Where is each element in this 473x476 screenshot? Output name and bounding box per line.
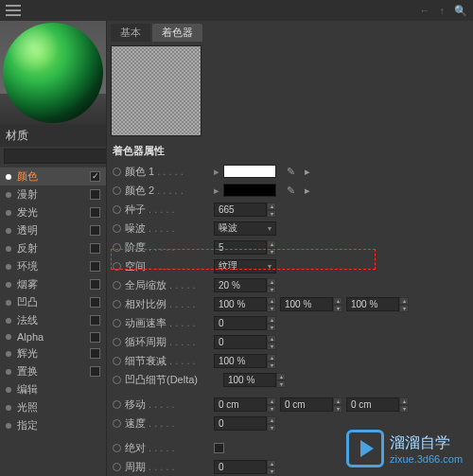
tab-shader[interactable]: 着色器 bbox=[152, 24, 202, 42]
channel-item[interactable]: 烟雾 bbox=[0, 275, 106, 293]
nav-back-icon[interactable]: ← bbox=[420, 5, 430, 17]
channel-checkbox[interactable] bbox=[90, 332, 100, 343]
label-animspeed: 动画速率 bbox=[125, 316, 210, 330]
bullet-icon bbox=[6, 228, 11, 234]
link-icon[interactable]: ▸ bbox=[301, 184, 314, 197]
channel-checkbox[interactable] bbox=[90, 348, 100, 359]
channel-checkbox[interactable] bbox=[90, 261, 100, 272]
chevron-icon[interactable]: ▸ bbox=[214, 166, 219, 178]
channel-item[interactable]: 辉光 bbox=[0, 344, 106, 362]
channel-item[interactable]: 发光 bbox=[0, 203, 106, 221]
bullet-icon bbox=[6, 192, 11, 198]
label-octaves: 阶度 bbox=[125, 240, 210, 255]
channel-label: 指定 bbox=[17, 418, 100, 432]
channel-checkbox[interactable] bbox=[90, 207, 100, 218]
channel-checkbox[interactable] bbox=[90, 297, 100, 308]
channel-item[interactable]: 凹凸 bbox=[0, 293, 106, 311]
channel-label: 辉光 bbox=[17, 346, 84, 361]
speed-input[interactable] bbox=[214, 416, 267, 431]
panel-title: 材质 bbox=[0, 125, 106, 147]
channel-checkbox[interactable] bbox=[90, 366, 100, 377]
expand-icon[interactable]: ▾ bbox=[106, 48, 108, 61]
channel-label: 发光 bbox=[17, 205, 84, 220]
channel-item[interactable]: 指定 bbox=[0, 416, 106, 434]
space-combo[interactable]: 纹理▾ bbox=[214, 259, 276, 273]
label-loop: 循环周期 bbox=[125, 335, 210, 349]
picker-icon[interactable]: ✎ bbox=[284, 165, 297, 178]
hamburger-icon[interactable] bbox=[6, 5, 21, 16]
bullet-icon bbox=[6, 423, 11, 429]
channel-item[interactable]: 编辑 bbox=[0, 380, 106, 398]
channel-label: 光照 bbox=[17, 400, 100, 414]
label-detailatt: 细节衰减 bbox=[125, 354, 210, 368]
channel-item[interactable]: 光照 bbox=[0, 398, 106, 416]
channel-item[interactable]: 法线 bbox=[0, 311, 106, 329]
globalscale-input[interactable] bbox=[214, 278, 267, 292]
label-cycles: 周期 bbox=[125, 460, 210, 474]
noise-combo[interactable]: 噪波▾ bbox=[214, 221, 276, 236]
cycles-input[interactable] bbox=[214, 460, 267, 474]
channel-checkbox[interactable] bbox=[90, 171, 100, 182]
tab-basic[interactable]: 基本 bbox=[111, 24, 150, 42]
picker-icon[interactable]: ✎ bbox=[284, 184, 297, 197]
bullet-icon bbox=[6, 282, 11, 288]
section-title: 着色器属性 bbox=[107, 140, 473, 162]
nav-up-icon[interactable]: ↑ bbox=[440, 5, 446, 17]
material-preview bbox=[0, 21, 106, 125]
link-icon[interactable]: ▸ bbox=[301, 165, 314, 178]
spin-up[interactable]: ▴ bbox=[267, 203, 276, 210]
label-move: 移动 bbox=[125, 397, 210, 412]
bullet-icon bbox=[6, 351, 11, 357]
relscale-x[interactable] bbox=[214, 297, 267, 311]
seed-input[interactable] bbox=[214, 203, 267, 217]
bullet-icon bbox=[6, 300, 11, 306]
color1-swatch[interactable] bbox=[223, 165, 276, 178]
label-absolute: 绝对 bbox=[125, 441, 210, 455]
channel-item[interactable]: 置换 bbox=[0, 362, 106, 380]
delta-input[interactable] bbox=[223, 373, 276, 387]
absolute-checkbox[interactable] bbox=[214, 443, 224, 453]
label-noise: 噪波 bbox=[125, 221, 210, 236]
bullet-icon bbox=[6, 246, 11, 252]
label-color1: 颜色 1 bbox=[125, 165, 210, 179]
label-relscale: 相对比例 bbox=[125, 297, 210, 311]
channel-label: 法线 bbox=[17, 313, 84, 327]
loop-input[interactable] bbox=[214, 335, 267, 349]
bullet-icon bbox=[6, 318, 11, 324]
octaves-input[interactable] bbox=[214, 240, 267, 255]
spin-down[interactable]: ▾ bbox=[267, 210, 276, 218]
channel-label: 颜色 bbox=[17, 169, 84, 184]
move-z[interactable] bbox=[346, 397, 399, 412]
channel-checkbox[interactable] bbox=[90, 225, 100, 236]
channel-checkbox[interactable] bbox=[90, 315, 100, 326]
channel-item[interactable]: 环境 bbox=[0, 257, 106, 275]
channel-label: 漫射 bbox=[17, 187, 84, 202]
preview-sphere bbox=[3, 23, 103, 123]
relscale-y[interactable] bbox=[280, 297, 333, 311]
move-y[interactable] bbox=[280, 397, 333, 412]
channel-checkbox[interactable] bbox=[90, 189, 100, 200]
label-delta: 凹凸细节(Delta) bbox=[125, 373, 219, 387]
move-x[interactable] bbox=[214, 397, 267, 412]
channel-item[interactable]: 漫射 bbox=[0, 185, 106, 203]
bullet-icon bbox=[6, 264, 11, 270]
channel-label: 透明 bbox=[17, 223, 84, 238]
channel-item[interactable]: 反射 bbox=[0, 239, 106, 257]
channel-checkbox[interactable] bbox=[90, 279, 100, 290]
channel-item[interactable]: 透明 bbox=[0, 221, 106, 239]
color2-swatch[interactable] bbox=[223, 184, 276, 197]
relscale-z[interactable] bbox=[346, 297, 399, 311]
channel-item[interactable]: Alpha bbox=[0, 329, 106, 344]
chevron-icon[interactable]: ▸ bbox=[214, 185, 219, 197]
channel-label: 反射 bbox=[17, 241, 84, 256]
nav-search-icon[interactable]: 🔍 bbox=[454, 5, 467, 17]
detailatt-input[interactable] bbox=[214, 354, 267, 368]
channel-checkbox[interactable] bbox=[90, 243, 100, 254]
shader-preview[interactable]: ▾ bbox=[111, 45, 201, 136]
bullet-icon bbox=[6, 174, 11, 180]
channel-item[interactable]: 颜色 bbox=[0, 167, 106, 185]
channel-label: Alpha bbox=[17, 331, 84, 343]
bullet-icon bbox=[6, 387, 11, 393]
bullet-icon bbox=[6, 210, 11, 216]
animspeed-input[interactable] bbox=[214, 316, 267, 330]
